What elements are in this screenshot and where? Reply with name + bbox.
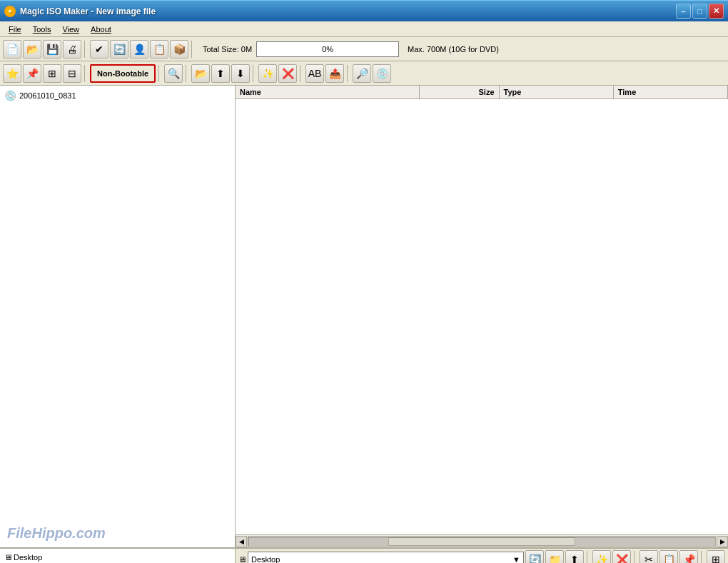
menu-file[interactable]: File <box>3 24 27 35</box>
progress-area: Total Size: 0M 0% Max. 700M (10G for DVD… <box>203 41 725 57</box>
iso-content-area <box>236 99 728 534</box>
path-dropdown[interactable]: Desktop ▼ <box>248 552 524 564</box>
close-button[interactable]: ✕ <box>709 4 724 19</box>
iso-tree-pane: 💿 20061010_0831 <box>0 86 236 547</box>
iso-content-pane: Name Size Type Time ◀ ▶ <box>236 86 728 547</box>
tb2-btn3[interactable]: ⊞ <box>43 64 61 83</box>
path-value: Desktop <box>251 555 280 564</box>
package-button[interactable]: 📦 <box>170 40 188 59</box>
h-scroll-left[interactable]: ◀ <box>236 536 247 547</box>
tb2-delete[interactable]: ❌ <box>278 64 297 83</box>
non-bootable-button[interactable]: Non-Bootable <box>90 64 156 83</box>
sep8 <box>347 65 350 82</box>
path-copy[interactable]: 📋 <box>659 550 678 564</box>
print-button[interactable]: 🖨 <box>63 40 81 59</box>
path-cut[interactable]: ✂ <box>639 550 658 564</box>
h-scroll-thumb[interactable] <box>388 537 575 546</box>
dropdown-arrow: ▼ <box>512 555 520 564</box>
progress-text: 0% <box>322 45 333 54</box>
file-content-pane: 🖥 Desktop ▼ 🔄 📁 ⬆ ✨ ❌ ✂ 📋 📌 ⊞ <box>236 549 728 563</box>
tb2-btn1[interactable]: ⭐ <box>3 64 21 83</box>
progress-bar: 0% <box>256 41 399 57</box>
path-folder-new[interactable]: 📁 <box>545 550 564 564</box>
window-controls: – □ ✕ <box>676 4 724 19</box>
sep4 <box>158 65 161 82</box>
file-toolbar: 🖥 Desktop ▼ 🔄 📁 ⬆ ✨ ❌ ✂ 📋 📌 ⊞ <box>236 549 728 563</box>
path-new2[interactable]: ✨ <box>592 550 611 564</box>
toolbar-main: 📄 📂 💾 🖨 ✔ 🔄 👤 📋 📦 Total Size: 0M 0% Max.… <box>0 37 728 61</box>
desktop-icon: 🖥 <box>4 553 12 562</box>
menu-tools[interactable]: Tools <box>27 24 57 35</box>
tb2-btn2[interactable]: 📌 <box>23 64 41 83</box>
desktop-label: Desktop <box>14 553 42 562</box>
sep9 <box>587 551 590 564</box>
tb2-rename[interactable]: AB <box>305 64 324 83</box>
clipboard-button[interactable]: 📋 <box>150 40 168 59</box>
app-icon: ● <box>4 6 16 17</box>
tb2-folder-down[interactable]: ⬇ <box>231 64 250 83</box>
iso-root-label: 20061010_0831 <box>19 91 76 100</box>
sep7 <box>300 65 303 82</box>
new-button[interactable]: 📄 <box>3 40 21 59</box>
sep11 <box>701 551 704 564</box>
sep2 <box>191 41 194 58</box>
tb2-find[interactable]: 🔍 <box>164 64 183 83</box>
tb2-boot[interactable]: 💿 <box>373 64 391 83</box>
total-size-label: Total Size: 0M <box>203 45 252 54</box>
sep3 <box>84 65 87 82</box>
minimize-button[interactable]: – <box>676 4 691 19</box>
maximize-button[interactable]: □ <box>692 4 707 19</box>
path-view[interactable]: ⊞ <box>707 550 725 564</box>
iso-content-header: Name Size Type Time <box>236 86 728 99</box>
check-button[interactable]: ✔ <box>90 40 108 59</box>
file-tree-pane: 🖥 Desktop – 📁 My Documents + 📁 Axialis L… <box>0 549 236 563</box>
sep5 <box>186 65 188 82</box>
disk-icon: 💿 <box>4 90 16 101</box>
h-scroll-right[interactable]: ▶ <box>717 536 728 547</box>
path-paste[interactable]: 📌 <box>679 550 698 564</box>
tb2-extract[interactable]: 📤 <box>325 64 344 83</box>
toolbar-secondary: ⭐ 📌 ⊞ ⊟ Non-Bootable 🔍 📂 ⬆ ⬇ ✨ ❌ AB 📤 🔎 … <box>0 61 728 86</box>
tb2-search[interactable]: 🔎 <box>353 64 371 83</box>
path-icon: 🖥 <box>238 555 246 564</box>
open-button[interactable]: 📂 <box>23 40 41 59</box>
main-area: 💿 20061010_0831 Name Size Type Time ◀ ▶ <box>0 86 728 547</box>
col-name[interactable]: Name <box>236 86 420 98</box>
path-go[interactable]: 🔄 <box>525 550 544 564</box>
h-scrollbar[interactable]: ◀ ▶ <box>236 534 728 547</box>
path-delete[interactable]: ❌ <box>612 550 631 564</box>
col-time[interactable]: Time <box>614 86 728 98</box>
user-button[interactable]: 👤 <box>130 40 148 59</box>
progress-max-label: Max. 700M (10G for DVD) <box>408 45 499 54</box>
menu-bar: File Tools View About <box>0 21 728 37</box>
path-up[interactable]: ⬆ <box>565 550 584 564</box>
iso-root-item[interactable]: 💿 20061010_0831 <box>3 88 232 103</box>
tb2-new-folder[interactable]: ✨ <box>258 64 277 83</box>
menu-view[interactable]: View <box>56 24 85 35</box>
sep10 <box>634 551 637 564</box>
menu-about[interactable]: About <box>85 24 117 35</box>
tree-desktop[interactable]: 🖥 Desktop <box>3 552 232 563</box>
save-button[interactable]: 💾 <box>43 40 61 59</box>
sep6 <box>253 65 256 82</box>
sep1 <box>84 41 87 58</box>
col-type[interactable]: Type <box>500 86 614 98</box>
title-bar: ● Magic ISO Maker - New image file – □ ✕ <box>0 0 728 21</box>
tb2-btn4[interactable]: ⊟ <box>63 64 81 83</box>
refresh-button[interactable]: 🔄 <box>110 40 128 59</box>
tb2-folder-open[interactable]: 📂 <box>191 64 210 83</box>
file-browser: 🖥 Desktop – 📁 My Documents + 📁 Axialis L… <box>0 547 728 563</box>
col-size[interactable]: Size <box>420 86 499 98</box>
h-scroll-track[interactable] <box>248 537 716 547</box>
tb2-folder-up[interactable]: ⬆ <box>211 64 230 83</box>
title-text: Magic ISO Maker - New image file <box>20 6 156 16</box>
